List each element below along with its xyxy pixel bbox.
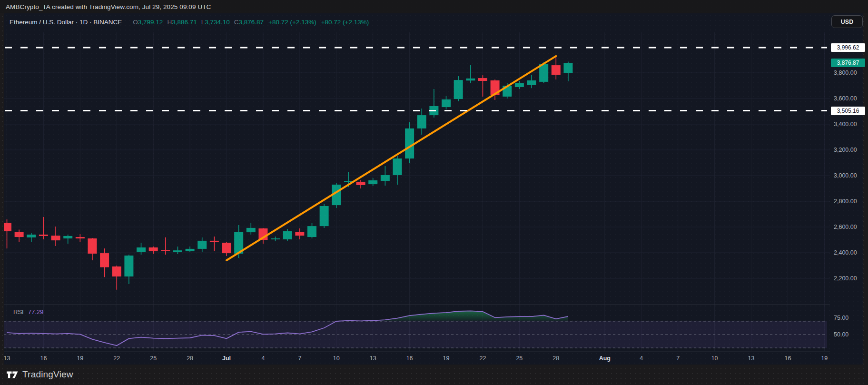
svg-text:50.00: 50.00 [834, 331, 848, 338]
candle-body [381, 175, 390, 181]
svg-text:75.00: 75.00 [834, 315, 848, 321]
candle-body [88, 238, 97, 254]
candle-body [15, 232, 24, 237]
svg-text:16: 16 [785, 355, 791, 362]
rsi-label[interactable]: RSI [13, 308, 24, 316]
svg-text:3,200.00: 3,200.00 [834, 147, 857, 153]
candle-body [271, 238, 280, 239]
svg-text:3,400.00: 3,400.00 [834, 121, 857, 128]
chart-canvas[interactable]: 3,800.003,600.003,400.003,200.003,000.00… [4, 13, 863, 365]
candle-body [149, 247, 158, 251]
ohlc-close-value: 3,876.87 [239, 19, 264, 26]
svg-text:Aug: Aug [599, 355, 611, 362]
candle-body [210, 241, 219, 242]
candle-body [247, 228, 256, 232]
candle-body [552, 65, 561, 75]
ohlc-open-value: 3,799.12 [138, 19, 163, 26]
svg-text:19: 19 [77, 355, 83, 362]
svg-text:19: 19 [443, 355, 450, 362]
candle-body [63, 236, 72, 238]
candle-body [39, 235, 48, 236]
svg-text:25: 25 [150, 355, 157, 362]
svg-text:2,600.00: 2,600.00 [834, 224, 857, 230]
tradingview-logo-icon [7, 371, 19, 379]
svg-text:2,800.00: 2,800.00 [834, 198, 857, 205]
svg-text:25: 25 [516, 355, 523, 362]
candle-body [222, 243, 231, 253]
ohlc-high-label: H [167, 19, 172, 26]
ohlc-high-value: 3,886.71 [172, 19, 197, 26]
candle-body [27, 235, 36, 237]
svg-text:28: 28 [187, 355, 193, 362]
candle-body [124, 256, 133, 276]
footer-bar: TradingView [7, 368, 73, 381]
candle-body [137, 247, 146, 252]
svg-text:13: 13 [748, 355, 755, 362]
candle-body [405, 128, 414, 158]
svg-text:19: 19 [821, 355, 828, 362]
tradingview-wordmark: TradingView [22, 369, 73, 380]
svg-text:28: 28 [552, 355, 559, 362]
svg-text:7: 7 [676, 355, 680, 362]
svg-text:Jul: Jul [222, 355, 231, 362]
candle-body [454, 80, 463, 99]
ohlc-close-label: C [234, 19, 239, 26]
candle-body [563, 63, 572, 73]
trendline[interactable] [227, 56, 556, 260]
attribution-text: AMBCrypto_TA created with TradingView.co… [0, 3, 211, 10]
candle-body [466, 79, 475, 80]
svg-text:3,600.00: 3,600.00 [834, 95, 857, 102]
candle-body [356, 182, 365, 185]
svg-text:7: 7 [298, 355, 301, 362]
ohlc-low-label: L [201, 19, 205, 26]
candle-body [442, 99, 451, 107]
last-price-badge: 3,876.87 [831, 59, 865, 67]
page: { "attribution": "AMBCrypto_TA created w… [0, 0, 868, 385]
svg-text:10: 10 [333, 355, 340, 362]
candle-body [393, 158, 402, 175]
svg-text:13: 13 [370, 355, 376, 362]
candle-body [295, 232, 304, 236]
svg-text:2,400.00: 2,400.00 [834, 249, 857, 256]
candle-body [161, 250, 170, 251]
rsi-band [4, 321, 827, 348]
svg-text:22: 22 [113, 355, 120, 362]
rsi-caption: RSI 77.29 [13, 308, 43, 316]
candle-body [112, 267, 121, 276]
price-change-percent: +80.72 (+2.13%) [321, 19, 369, 26]
candle-body [417, 115, 426, 128]
svg-text:16: 16 [40, 355, 47, 362]
chart-panel[interactable]: 3,800.003,600.003,400.003,200.003,000.00… [4, 13, 863, 365]
candle-body [307, 226, 316, 237]
candle-body [51, 236, 60, 240]
candle-body [76, 237, 85, 238]
svg-text:3,800.00: 3,800.00 [834, 69, 857, 76]
candle-body [527, 80, 536, 85]
svg-text:16: 16 [406, 355, 413, 362]
candle-body [368, 180, 377, 184]
candle-body [197, 241, 207, 249]
time-axis[interactable]: 131619222528Jul4710131619222528Aug471013… [4, 355, 828, 362]
symbol-title[interactable]: Ethereum / U.S. Dollar · 1D · BINANCE [10, 19, 122, 26]
currency-toggle-button[interactable]: USD [831, 15, 863, 28]
svg-text:4: 4 [261, 355, 265, 362]
symbol-header-row: Ethereum / U.S. Dollar · 1D · BINANCE O … [10, 17, 369, 27]
svg-text:13: 13 [4, 355, 10, 362]
resistance-price-badge: 3,996.62 [831, 43, 865, 52]
price-change: +80.72 (+2.13%) [268, 19, 316, 26]
support-price-badge: 3,505.16 [831, 107, 865, 115]
candle-body [478, 78, 487, 81]
svg-text:22: 22 [480, 355, 486, 362]
rsi-value: 77.29 [28, 308, 44, 316]
candle-body [186, 249, 195, 251]
candle-body [100, 253, 109, 267]
ohlc-low-value: 3,734.10 [205, 19, 230, 26]
candle-body [4, 223, 11, 231]
svg-text:3,000.00: 3,000.00 [834, 172, 857, 179]
candle-body [283, 231, 292, 239]
candle-body [320, 206, 329, 226]
svg-text:2,200.00: 2,200.00 [834, 275, 857, 282]
grid-lines [4, 32, 830, 351]
svg-text:10: 10 [711, 355, 718, 362]
candles-layer [4, 56, 572, 290]
